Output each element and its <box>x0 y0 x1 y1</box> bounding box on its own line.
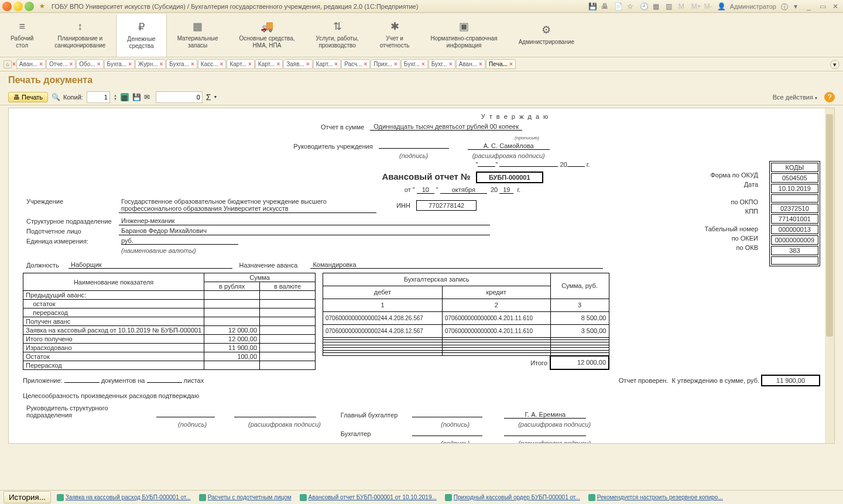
window-max-icon[interactable] <box>25 2 34 11</box>
tab-close-icon[interactable]: × <box>364 61 367 67</box>
copies-spinner[interactable]: ▲▼ <box>114 94 117 101</box>
clock-icon[interactable]: 🕘 <box>640 2 648 11</box>
calc-icon[interactable]: ▦ <box>653 2 661 11</box>
section-item[interactable]: ✱Учет иотчетность <box>369 13 420 57</box>
org-name: Государственное образовательное бюджетно… <box>119 197 376 213</box>
propis-note: (прописью) <box>515 135 539 140</box>
sum-input[interactable] <box>156 91 203 103</box>
titlebar: ★ ГОБУ ВПО Университет искусств (Субсиди… <box>0 0 843 13</box>
tab-close-icon[interactable]: × <box>248 61 252 67</box>
tab[interactable]: Прих...× <box>371 59 400 69</box>
tab[interactable]: Отче...× <box>46 59 76 69</box>
tab-close-icon[interactable]: × <box>191 61 194 67</box>
tab[interactable]: Аван...× <box>456 59 485 69</box>
section-icon: 🚚 <box>261 20 273 33</box>
approve-sum: 11 900,00 <box>761 375 820 386</box>
tab-close-icon[interactable]: × <box>422 61 425 67</box>
tab[interactable]: Обо...× <box>76 59 103 69</box>
tab-close-icon[interactable]: × <box>509 61 513 67</box>
section-item[interactable]: ▣Нормативно-справочнаяинформация <box>420 13 508 57</box>
print-icon[interactable]: 🖶 <box>601 2 609 11</box>
codes-table: КОДЫ 0504505 10.10.2019 02372510 7714010… <box>769 161 820 266</box>
table-cell: остаток <box>23 300 204 308</box>
table-cell: Остаток <box>23 352 204 361</box>
tab[interactable]: Заяв...× <box>283 59 313 69</box>
tab[interactable]: Карт...× <box>227 59 254 69</box>
approve-caption: У т в е р ж д а ю <box>210 113 820 120</box>
tab[interactable]: Бухг...× <box>429 59 455 69</box>
expedient-text: Целесообразность произведенных расходов … <box>23 392 820 399</box>
tab-close-icon[interactable]: × <box>394 61 397 67</box>
left-grid: Наименование показателяСумма в рубляхв в… <box>23 273 316 370</box>
tab-close-icon[interactable]: × <box>97 61 101 67</box>
toolbar: 🖶 Печать 🔍 Копий: ▲▼ ▦ 💾 ✉ Σ ▾ Все дейст… <box>0 89 843 105</box>
section-item[interactable]: ₽Денежныесредства <box>116 14 166 57</box>
section-icon: ↕ <box>77 20 83 33</box>
section-item[interactable]: ≡Рабочийстол <box>0 13 44 57</box>
section-item[interactable]: ▦Материальныезапасы <box>167 13 229 57</box>
mail-icon[interactable]: ✉ <box>144 93 152 101</box>
calendar-icon[interactable]: ▥ <box>666 2 674 11</box>
preview-icon[interactable]: 🔍 <box>52 93 60 101</box>
table-cell: Перерасход <box>23 361 204 370</box>
diskette-icon[interactable]: 💾 <box>132 93 140 101</box>
window-close-icon[interactable] <box>2 2 12 11</box>
grid-icon[interactable]: ▦ <box>121 93 129 101</box>
user-name: Администратор <box>730 3 776 10</box>
sigma-label[interactable]: Σ <box>206 92 211 102</box>
tab-close-icon[interactable]: × <box>306 61 310 67</box>
tab[interactable]: Печа...× <box>486 59 516 69</box>
restore-icon[interactable]: ▭ <box>820 2 828 11</box>
chevron-down-icon[interactable]: ▾ <box>794 2 802 11</box>
sigma-dropdown-icon[interactable]: ▾ <box>214 94 217 100</box>
tab-close-icon[interactable]: × <box>160 61 163 67</box>
tab[interactable]: Бухг...× <box>401 59 428 69</box>
all-actions-button[interactable]: Все действия ▾ <box>773 94 817 101</box>
help-icon[interactable]: ? <box>824 92 835 102</box>
tabs-bar: ⌂ × Аван...×Отче...×Обо...×Бухга...×Журн… <box>0 57 843 71</box>
tab[interactable]: Карт...× <box>313 59 341 69</box>
tab[interactable]: Аван...× <box>16 59 46 69</box>
tab-close-icon[interactable]: × <box>479 61 482 67</box>
doc-icon[interactable]: 📄 <box>614 2 622 11</box>
section-icon: ≡ <box>19 20 25 33</box>
print-button[interactable]: 🖶 Печать <box>8 92 48 102</box>
m-icon[interactable]: M <box>678 2 687 11</box>
tab[interactable]: Карт...× <box>255 59 283 69</box>
m-plus-icon[interactable]: M+ <box>691 2 700 11</box>
tab-close-icon[interactable]: × <box>220 61 224 67</box>
copies-input[interactable] <box>87 91 110 103</box>
printer-icon: 🖶 <box>13 94 20 101</box>
tab-close-icon[interactable]: × <box>39 61 43 67</box>
tab-close-icon[interactable]: × <box>449 61 453 67</box>
nav-close-icon[interactable]: × <box>12 61 16 67</box>
minimize-icon[interactable]: _ <box>807 2 815 11</box>
tab-close-icon[interactable]: × <box>334 61 338 67</box>
window-min-icon[interactable] <box>13 2 23 11</box>
info-icon[interactable]: ⓘ <box>781 2 789 11</box>
section-item[interactable]: ⇅Услуги, работы,производство <box>306 13 369 57</box>
tab-close-icon[interactable]: × <box>128 61 132 67</box>
section-item[interactable]: 🚚Основные средства,НМА, НПА <box>228 13 305 57</box>
section-item[interactable]: ⚙Администрирование <box>508 13 585 57</box>
star-icon[interactable]: ☆ <box>627 2 635 11</box>
m-minus-icon[interactable]: M- <box>704 2 712 11</box>
table-cell: Итого получено <box>23 335 204 344</box>
doc-title: Авансовый отчет № <box>382 172 470 181</box>
close-icon[interactable]: ✕ <box>832 2 841 11</box>
save-icon[interactable]: 💾 <box>588 2 597 11</box>
head-name: А. С. Самойлова <box>468 142 550 150</box>
tab-close-icon[interactable]: × <box>276 61 280 67</box>
tab[interactable]: Касс...× <box>198 59 227 69</box>
section-item[interactable]: ↕Планирование исанкционирование <box>44 13 116 57</box>
tab-close-icon[interactable]: × <box>69 61 73 67</box>
table-cell: Израсходовано <box>23 344 204 352</box>
copies-label: Копий: <box>63 94 83 101</box>
tab[interactable]: Расч...× <box>341 59 370 69</box>
tab[interactable]: Бухга...× <box>166 59 197 69</box>
nav-home-icon[interactable]: ⌂ <box>4 60 12 68</box>
tab[interactable]: Бухга...× <box>104 59 135 69</box>
tab[interactable]: Журн...× <box>135 59 166 69</box>
tabs-more-icon[interactable]: ▾ <box>830 60 839 69</box>
table-cell: Заявка на кассовый расход от 10.10.2019 … <box>23 326 204 335</box>
